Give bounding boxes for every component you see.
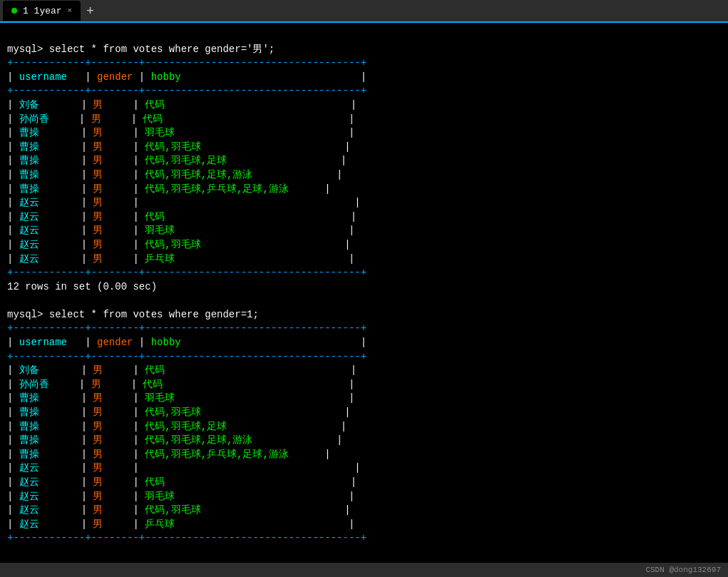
query1-result: 12 rows in set (0.00 sec): [7, 281, 157, 292]
tab-label: 1 1year: [23, 6, 62, 16]
query2-row-12: | 赵云 | 男 | 乒乓球 |: [7, 519, 354, 530]
terminal-content: mysql> select * from votes where gender=…: [0, 23, 728, 563]
query1-border-mid: +------------+--------+-----------------…: [7, 85, 366, 96]
query1-row-3: | 曹操 | 男 | 羽毛球 |: [7, 127, 354, 138]
new-tab-button[interactable]: +: [81, 4, 100, 17]
query1-row-8: | 赵云 | 男 | |: [7, 197, 361, 208]
query2-row-5: | 曹操 | 男 | 代码,羽毛球,足球 |: [7, 421, 347, 432]
query2-row-10: | 赵云 | 男 | 羽毛球 |: [7, 491, 354, 502]
query2-row-4: | 曹操 | 男 | 代码,羽毛球 |: [7, 407, 351, 418]
query1-row-11: | 赵云 | 男 | 代码,羽毛球 |: [7, 239, 351, 250]
query1-border-bottom: +------------+--------+-----------------…: [7, 267, 366, 278]
query1-border-top: +------------+--------+-----------------…: [7, 57, 366, 68]
query1-prompt: mysql> select * from votes where gender=…: [7, 44, 275, 55]
query2-row-3: | 曹操 | 男 | 羽毛球 |: [7, 392, 354, 404]
query1-row-1: | 刘备 | 男 | 代码 |: [7, 99, 357, 111]
query2-border-bottom: +------------+--------+-----------------…: [7, 532, 366, 543]
query1-row-10: | 赵云 | 男 | 羽毛球 |: [7, 225, 354, 236]
tab-bar: 1 1year × +: [0, 0, 728, 23]
query2-row-11: | 赵云 | 男 | 代码,羽毛球 |: [7, 504, 351, 516]
query2-row-7: | 曹操 | 男 | 代码,羽毛球,乒乓球,足球,游泳 |: [7, 449, 331, 460]
tab-dot: [11, 8, 17, 14]
query1-row-12: | 赵云 | 男 | 乒乓球 |: [7, 253, 354, 265]
query1-row-9: | 赵云 | 男 | 代码 |: [7, 211, 357, 223]
query2-row-8: | 赵云 | 男 | |: [7, 462, 361, 474]
tab-1year[interactable]: 1 1year ×: [3, 1, 81, 21]
tab-close-button[interactable]: ×: [68, 6, 73, 15]
query2-row-2: | 孙尚香 | 男 | 代码 |: [7, 379, 354, 390]
query1-row-6: | 曹操 | 男 | 代码,羽毛球,足球,游泳 |: [7, 169, 343, 180]
query2-row-9: | 赵云 | 男 | 代码 |: [7, 476, 357, 488]
query1-header: | username | gender | hobby |: [7, 71, 366, 83]
query1-row-7: | 曹操 | 男 | 代码,羽毛球,乒乓球,足球,游泳 |: [7, 183, 331, 195]
query1-row-2: | 孙尚香 | 男 | 代码 |: [7, 113, 354, 125]
query2-row-1: | 刘备 | 男 | 代码 |: [7, 364, 357, 376]
query2-border-top: +------------+--------+-----------------…: [7, 322, 366, 334]
query1-row-4: | 曹操 | 男 | 代码,羽毛球 |: [7, 141, 351, 153]
query2-border-mid: +------------+--------+-----------------…: [7, 351, 366, 362]
query2-header: | username | gender | hobby |: [7, 337, 366, 348]
query2-prompt: mysql> select * from votes where gender=…: [7, 309, 259, 320]
status-text: CSDN @dong132697: [645, 566, 721, 574]
query1-row-5: | 曹操 | 男 | 代码,羽毛球,足球 |: [7, 155, 347, 166]
status-bar: CSDN @dong132697: [0, 563, 728, 577]
query2-row-6: | 曹操 | 男 | 代码,羽毛球,足球,游泳 |: [7, 434, 343, 446]
